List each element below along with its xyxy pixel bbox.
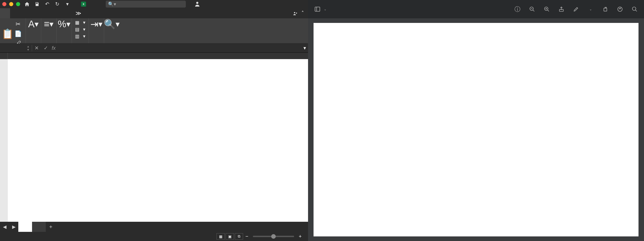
- cond-fmt-icon: ▦: [75, 20, 80, 25]
- svg-point-0: [196, 2, 198, 4]
- view-normal-button[interactable]: ▦: [216, 233, 225, 240]
- pdf-data-table: [344, 41, 382, 44]
- select-all-corner[interactable]: [0, 53, 8, 59]
- row-headers: [0, 59, 8, 222]
- share-icon[interactable]: [558, 5, 565, 13]
- sidebar-dropdown-icon[interactable]: ⌄: [321, 5, 329, 13]
- user-avatar-icon[interactable]: [194, 1, 201, 8]
- name-box[interactable]: ▲▼: [0, 45, 32, 51]
- svg-point-13: [618, 7, 622, 12]
- home-icon[interactable]: [24, 1, 30, 7]
- ribbon-tabstrip: ≫ ˄: [0, 8, 308, 18]
- pdf-page: [314, 23, 638, 236]
- excel-app: ↶ ↻ ▾ X 🔍▾ ≫ ˄: [0, 0, 308, 241]
- annotate-icon[interactable]: [572, 5, 580, 13]
- copy-icon[interactable]: 📄: [14, 29, 22, 38]
- markup-icon[interactable]: [616, 5, 624, 13]
- sheet-nav-next[interactable]: ▶: [9, 224, 18, 229]
- ribbon-group-editing: 🔍▾: [104, 18, 119, 43]
- tab-insert[interactable]: [10, 8, 20, 18]
- ribbon-group-number: %▾: [56, 18, 72, 43]
- sheet-tab-sheet1[interactable]: [18, 222, 32, 232]
- tab-page-layout[interactable]: [30, 8, 40, 18]
- spreadsheet-grid: [0, 53, 308, 222]
- minimize-window-button[interactable]: [9, 2, 13, 6]
- tab-draw[interactable]: [20, 8, 30, 18]
- sheet-nav-prev[interactable]: ◀: [0, 224, 9, 229]
- paste-icon[interactable]: 📋: [3, 29, 12, 38]
- tab-home[interactable]: [0, 8, 10, 18]
- ribbon: 📋 ✂ 📄 🖌 A▾ ≡▾ %▾ ▦ ▾ ▤ ▾: [0, 18, 308, 44]
- expand-formula-bar-icon[interactable]: ▾: [301, 45, 308, 51]
- view-page-break-button[interactable]: ⧉: [235, 233, 243, 240]
- excel-titlebar: ↶ ↻ ▾ X 🔍▾: [0, 0, 308, 8]
- cell-styles-button[interactable]: ▥ ▾: [75, 34, 85, 39]
- undo-icon[interactable]: ↶: [44, 1, 50, 7]
- search-pdf-icon[interactable]: [631, 5, 638, 13]
- cell-styles-icon: ▥: [75, 34, 80, 39]
- window-controls: [2, 2, 20, 6]
- maximize-window-button[interactable]: [16, 2, 20, 6]
- redo-icon[interactable]: ↻: [54, 1, 60, 7]
- zoom-in-button[interactable]: +: [299, 233, 302, 239]
- insert-cells-icon[interactable]: ⇥▾: [92, 20, 101, 29]
- close-window-button[interactable]: [2, 2, 6, 6]
- ribbon-group-clipboard: 📋 ✂ 📄 🖌: [0, 18, 26, 43]
- format-as-table-button[interactable]: ▤ ▾: [75, 27, 85, 32]
- collapse-ribbon-icon[interactable]: ˄: [302, 10, 304, 16]
- search-icon: 🔍▾: [108, 1, 116, 7]
- view-page-layout-button[interactable]: ▣: [226, 233, 234, 240]
- svg-line-5: [533, 10, 534, 12]
- formula-bar: ▲▼ ✕ ✓ fx ▾: [0, 44, 308, 53]
- document-title: X: [81, 2, 88, 7]
- cells-area[interactable]: [8, 59, 308, 222]
- status-bar: ▦ ▣ ⧉ − +: [0, 232, 308, 241]
- zoom-in-icon[interactable]: [543, 5, 551, 13]
- zoom-out-button[interactable]: −: [245, 233, 248, 239]
- zoom-slider[interactable]: [253, 236, 294, 237]
- svg-point-14: [632, 7, 636, 10]
- accept-formula-icon[interactable]: ✓: [41, 45, 50, 51]
- ribbon-group-styles: ▦ ▾ ▤ ▾ ▥ ▾: [72, 18, 89, 43]
- find-icon[interactable]: 🔍▾: [107, 20, 116, 29]
- cut-icon[interactable]: ✂: [14, 20, 22, 29]
- annotate-dropdown-icon[interactable]: ⌄: [587, 5, 594, 13]
- svg-rect-2: [315, 7, 320, 12]
- sheet-tab-evaluation-warning[interactable]: [32, 222, 46, 232]
- sidebar-toggle-icon[interactable]: [314, 5, 321, 13]
- font-icon[interactable]: A▾: [29, 20, 38, 29]
- tab-data[interactable]: [50, 8, 60, 18]
- table-icon: ▤: [75, 27, 80, 32]
- fx-icon[interactable]: fx: [50, 45, 57, 51]
- cancel-formula-icon[interactable]: ✕: [32, 45, 41, 51]
- pdf-page-area[interactable]: [308, 18, 644, 241]
- add-sheet-button[interactable]: +: [46, 223, 56, 230]
- info-icon[interactable]: ⓘ: [514, 5, 521, 13]
- qat-dropdown-icon[interactable]: ▾: [64, 1, 70, 7]
- svg-point-1: [294, 12, 296, 14]
- tab-review[interactable]: [60, 8, 70, 18]
- column-headers: [0, 53, 308, 59]
- excel-badge-icon: X: [81, 2, 86, 7]
- alignment-icon[interactable]: ≡▾: [44, 20, 53, 29]
- share-button[interactable]: [293, 10, 298, 16]
- tab-formulas[interactable]: [40, 8, 50, 18]
- sheet-tabstrip: ◀ ▶ +: [0, 222, 308, 232]
- ribbon-group-alignment: ≡▾: [41, 18, 56, 43]
- svg-line-8: [548, 10, 549, 12]
- ribbon-group-font: A▾: [26, 18, 41, 43]
- number-format-icon[interactable]: %▾: [60, 20, 68, 29]
- zoom-out-icon[interactable]: [528, 5, 536, 13]
- search-sheet-input[interactable]: 🔍▾: [106, 1, 186, 8]
- tab-overflow[interactable]: ≫: [70, 8, 86, 18]
- pdf-viewer-app: ⌄ ⓘ ⌄: [308, 0, 644, 241]
- conditional-formatting-button[interactable]: ▦ ▾: [75, 20, 85, 25]
- pdf-toolbar: ⌄ ⓘ ⌄: [308, 0, 644, 18]
- save-icon[interactable]: [34, 1, 40, 7]
- ribbon-group-cells: ⇥▾: [89, 18, 104, 43]
- svg-rect-12: [604, 8, 607, 11]
- svg-line-15: [635, 10, 637, 12]
- rotate-icon[interactable]: [602, 5, 609, 13]
